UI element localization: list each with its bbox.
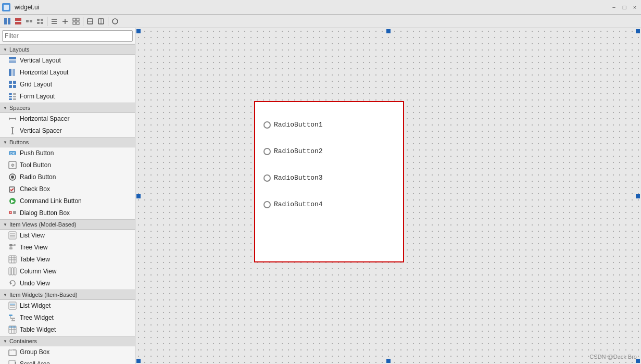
- sidebar-item-undo-view[interactable]: Undo View: [0, 278, 135, 290]
- sidebar-item-table-widget[interactable]: Table Widget: [0, 324, 135, 336]
- item-views-arrow: ▼: [3, 222, 7, 227]
- svg-rect-32: [13, 85, 16, 88]
- toolbar-btn-5[interactable]: [49, 16, 59, 27]
- sidebar-item-tree-view[interactable]: Tree View: [0, 242, 135, 254]
- radio-button-3[interactable]: RadioButton3: [255, 170, 403, 186]
- dialog-button-label: Dialog Button Box: [20, 209, 70, 217]
- spacers-arrow: ▼: [3, 106, 7, 110]
- svg-rect-30: [13, 81, 16, 84]
- svg-text:▶: ▶: [11, 198, 15, 204]
- svg-rect-33: [9, 93, 12, 95]
- sidebar-item-list-view[interactable]: List View: [0, 230, 135, 242]
- svg-rect-5: [26, 20, 29, 22]
- svg-rect-31: [9, 85, 12, 88]
- toolbar-btn-10[interactable]: [110, 16, 120, 27]
- horizontal-layout-icon: [8, 68, 17, 77]
- handle-tr[interactable]: [636, 29, 640, 33]
- sidebar-item-horizontal-layout[interactable]: Horizontal Layout: [0, 67, 135, 79]
- close-button[interactable]: ×: [631, 3, 639, 11]
- app-icon: [2, 3, 10, 11]
- toolbar-btn-3[interactable]: [24, 16, 34, 27]
- svg-rect-72: [11, 268, 14, 275]
- layouts-arrow: ▼: [3, 47, 7, 52]
- item-views-label: Item Views (Model-Based): [9, 221, 77, 228]
- section-item-widgets[interactable]: ▼ Item Widgets (Item-Based): [0, 290, 135, 300]
- sidebar-item-push-button[interactable]: OK Push Button: [0, 147, 135, 159]
- sidebar-item-tree-widget[interactable]: Tree Widget: [0, 312, 135, 324]
- sidebar-item-dialog-button-box[interactable]: ✕ Dialog Button Box: [0, 207, 135, 219]
- sidebar-item-radio-button[interactable]: Radio Button: [0, 171, 135, 183]
- grid-layout-label: Grid Layout: [20, 81, 52, 88]
- command-link-label: Command Link Button: [20, 197, 82, 205]
- sidebar-item-horizontal-spacer[interactable]: Horizontal Spacer: [0, 113, 135, 125]
- undo-view-icon: [8, 279, 17, 287]
- svg-rect-94: [15, 362, 16, 364]
- svg-rect-8: [41, 19, 43, 21]
- sidebar-item-vertical-spacer[interactable]: Vertical Spacer: [0, 125, 135, 137]
- section-layouts[interactable]: ▼ Layouts: [0, 44, 135, 55]
- titlebar: widget.ui − □ ×: [0, 0, 641, 15]
- sidebar-item-table-view[interactable]: Table View: [0, 254, 135, 266]
- radio-button-4[interactable]: RadioButton4: [255, 196, 403, 212]
- window-title: widget.ui: [12, 4, 608, 11]
- svg-point-50: [11, 175, 14, 179]
- tool-button-label: Tool Button: [20, 161, 51, 169]
- filter-input[interactable]: [2, 30, 133, 42]
- section-item-views[interactable]: ▼ Item Views (Model-Based): [0, 219, 135, 230]
- column-view-icon: [8, 267, 17, 275]
- grid-layout-icon: [8, 80, 17, 89]
- toolbar-btn-8[interactable]: [85, 16, 95, 27]
- svg-rect-29: [9, 81, 12, 84]
- sidebar-item-form-layout[interactable]: Form Layout: [0, 91, 135, 103]
- list-view-label: List View: [20, 232, 45, 239]
- sidebar-item-group-box[interactable]: GB Group Box: [0, 346, 135, 358]
- spacers-label: Spacers: [9, 105, 30, 111]
- handle-br[interactable]: [636, 359, 640, 363]
- sidebar-item-check-box[interactable]: Check Box: [0, 183, 135, 195]
- svg-text:✕: ✕: [9, 211, 12, 214]
- watermark: CSDN @Duck Bro: [589, 354, 637, 360]
- buttons-arrow: ▼: [3, 140, 7, 145]
- svg-text:⚙: ⚙: [11, 163, 15, 168]
- radio-button-2[interactable]: RadioButton2: [255, 143, 403, 159]
- containers-arrow: ▼: [3, 339, 7, 344]
- section-spacers[interactable]: ▼ Spacers: [0, 103, 135, 113]
- sidebar-item-list-widget[interactable]: List Widget: [0, 300, 135, 312]
- handle-bc[interactable]: [386, 359, 391, 363]
- handle-bl[interactable]: [136, 359, 141, 363]
- canvas[interactable]: RadioButton1 RadioButton2 RadioButton3 R…: [135, 28, 641, 364]
- sidebar-item-scroll-area[interactable]: Scroll Area: [0, 358, 135, 364]
- radio-circle-3: [263, 174, 271, 182]
- svg-marker-43: [11, 127, 14, 129]
- svg-rect-3: [15, 18, 21, 21]
- toolbar-btn-7[interactable]: [71, 16, 81, 27]
- sidebar-item-command-link-button[interactable]: ▶ Command Link Button: [0, 195, 135, 207]
- toolbar-btn-2[interactable]: [13, 16, 23, 27]
- handle-mr[interactable]: [636, 194, 640, 198]
- svg-rect-10: [41, 22, 43, 24]
- vertical-spacer-label: Vertical Spacer: [20, 127, 62, 134]
- radio-button-1[interactable]: RadioButton1: [255, 117, 403, 133]
- svg-rect-83: [11, 320, 15, 321]
- sidebar-item-vertical-layout[interactable]: Vertical Layout: [0, 55, 135, 67]
- handle-ml[interactable]: [136, 194, 141, 198]
- toolbar-btn-4[interactable]: [35, 16, 45, 27]
- maximize-button[interactable]: □: [620, 3, 629, 11]
- section-containers[interactable]: ▼ Containers: [0, 336, 135, 346]
- handle-tc[interactable]: [386, 29, 391, 33]
- handle-tl[interactable]: [136, 29, 141, 33]
- svg-rect-2: [8, 18, 10, 24]
- sidebar-item-tool-button[interactable]: ⚙ Tool Button: [0, 159, 135, 171]
- tree-widget-label: Tree Widget: [20, 314, 54, 321]
- vertical-layout-icon: [8, 56, 17, 65]
- containers-label: Containers: [9, 338, 37, 344]
- form-layout-label: Form Layout: [20, 93, 55, 100]
- table-view-icon: [8, 255, 17, 263]
- toolbar-btn-6[interactable]: [60, 16, 70, 27]
- toolbar-btn-1[interactable]: [2, 16, 12, 27]
- sidebar-item-grid-layout[interactable]: Grid Layout: [0, 79, 135, 91]
- sidebar-item-column-view[interactable]: Column View: [0, 266, 135, 278]
- toolbar-btn-9[interactable]: [96, 16, 106, 27]
- section-buttons[interactable]: ▼ Buttons: [0, 137, 135, 147]
- minimize-button[interactable]: −: [610, 3, 618, 11]
